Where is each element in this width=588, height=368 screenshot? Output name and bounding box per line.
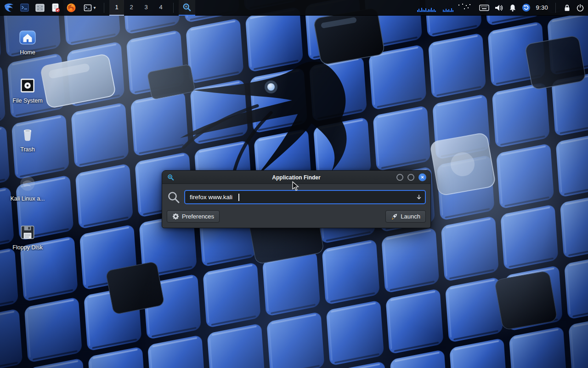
entry-dropdown-button[interactable]: [416, 194, 422, 202]
search-icon: [167, 190, 181, 204]
firefox-launcher[interactable]: [65, 1, 78, 14]
desktop-icon-label: Kali Linux a...: [6, 196, 50, 202]
launch-label: Launch: [401, 213, 420, 220]
top-panel: ▾ 1 2 3 4: [0, 0, 588, 16]
panel-separator: [104, 3, 104, 13]
floppy-disk-icon: [18, 223, 37, 242]
search-entry: [184, 190, 426, 204]
file-system-icon: [18, 76, 37, 95]
search-input[interactable]: [184, 190, 426, 204]
logout-button[interactable]: [576, 0, 584, 16]
home-icon: [18, 28, 37, 47]
desktop-icon-floppy-disk[interactable]: Floppy Disk: [6, 221, 50, 251]
power-icon: [576, 4, 584, 12]
terminal-launcher[interactable]: [18, 1, 31, 14]
preferences-button[interactable]: Preferences: [167, 210, 220, 223]
desktop-icon-kali-linux[interactable]: Kali Linux a...: [6, 172, 50, 202]
volume-icon: [494, 4, 503, 12]
updates-applet[interactable]: [522, 0, 531, 16]
application-finder-window: Application Finder × Preferences Launch: [162, 170, 431, 228]
minimize-button[interactable]: [396, 174, 403, 181]
update-refresh-icon: [522, 3, 531, 12]
workspace-switcher: 1 2 3 4: [109, 0, 168, 16]
launch-icon: [391, 213, 398, 220]
desktop-icon-home[interactable]: Home: [6, 26, 50, 56]
mouse-cursor: [292, 181, 300, 191]
gear-icon: [172, 213, 179, 220]
kali-menu-button[interactable]: [2, 1, 15, 14]
system-monitor-graph-icon: [416, 2, 474, 14]
system-monitor-applet[interactable]: [416, 0, 474, 16]
text-caret: [238, 194, 239, 201]
kali-logo-icon: [3, 2, 15, 13]
kali-cd-icon: [18, 174, 37, 193]
trash-icon: [18, 125, 37, 144]
desktop-icon-label: File System: [6, 98, 50, 104]
workspace-1-button[interactable]: 1: [109, 0, 124, 16]
close-button[interactable]: ×: [418, 173, 426, 181]
workspace-3-button[interactable]: 3: [139, 0, 153, 16]
text-editor-launcher[interactable]: [49, 1, 62, 14]
workspace-2-button[interactable]: 2: [124, 0, 139, 16]
file-manager-icon: [35, 3, 45, 12]
panel-separator: [173, 3, 174, 13]
desktop-icon-label: Home: [6, 49, 50, 56]
desktop-icon-label: Floppy Disk: [6, 244, 50, 251]
lock-icon: [563, 4, 571, 12]
desktop-icon-label: Trash: [6, 146, 50, 153]
system-tray: 9:30: [416, 0, 588, 16]
workspace-4-button[interactable]: 4: [153, 0, 168, 16]
keyboard-layout-applet[interactable]: [479, 0, 489, 16]
bell-icon: [509, 4, 517, 12]
maximize-button[interactable]: [407, 174, 414, 181]
panel-separator: [555, 3, 556, 13]
volume-applet[interactable]: [494, 0, 503, 16]
panel-launchers: ▾ 1 2 3 4: [0, 0, 195, 16]
application-finder-task-icon: [182, 3, 192, 12]
arrow-down-icon: [416, 194, 422, 201]
desktop-icon-trash[interactable]: Trash: [6, 123, 50, 153]
file-manager-launcher[interactable]: [34, 1, 46, 14]
close-icon: ×: [421, 174, 424, 180]
terminal-window-icon: [83, 3, 92, 12]
keyboard-icon: [479, 4, 489, 12]
text-editor-icon: [51, 3, 60, 13]
launch-button[interactable]: Launch: [385, 210, 426, 223]
terminal-icon: [20, 3, 29, 12]
screen-lock-button[interactable]: [563, 0, 571, 16]
terminal-dropdown-launcher[interactable]: ▾: [80, 1, 99, 14]
chevron-down-icon: ▾: [93, 5, 96, 10]
taskbar-application-finder[interactable]: [179, 0, 195, 16]
firefox-icon: [66, 3, 76, 13]
clock[interactable]: 9:30: [536, 4, 548, 11]
desktop-icon-file-system[interactable]: File System: [6, 74, 50, 104]
notifications-applet[interactable]: [509, 0, 517, 16]
preferences-label: Preferences: [182, 213, 214, 220]
